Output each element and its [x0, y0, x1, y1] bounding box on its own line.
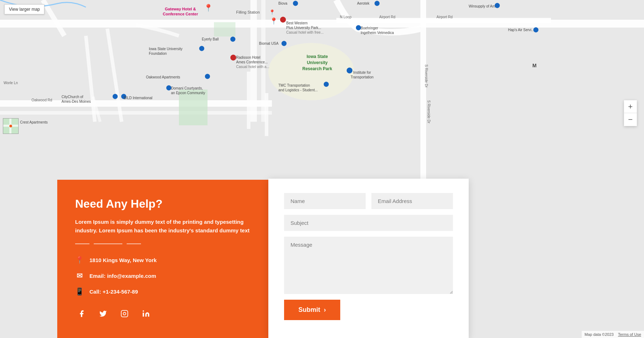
map-pin-biomat: ⬤	[281, 40, 287, 46]
email-icon: ✉	[75, 271, 84, 280]
submit-label: Submit	[298, 306, 320, 314]
map-label-oakwood-rd: Oakwood Rd	[31, 98, 52, 102]
email-input[interactable]	[371, 193, 453, 209]
map-label-nloop: N Loop	[340, 15, 351, 19]
map-pin-bestwestern: ⬤	[280, 16, 286, 23]
terms-of-use-link[interactable]: Terms of Use	[618, 332, 641, 337]
map-pin-boehringer: ⬤	[356, 24, 361, 30]
map-label-worle: Worle Ln	[4, 81, 18, 85]
map-label-crest: Crest Apartments	[20, 120, 48, 124]
subject-field-container	[284, 215, 453, 231]
map-pin-radisson: ⬤	[230, 54, 236, 61]
social-icons-row	[75, 307, 250, 320]
map-data-text: Map data ©2023	[585, 332, 614, 337]
map-label-domani: Domani Courtyards,an Epcon Community	[171, 86, 205, 95]
info-panel: Need Any Help? Lorem Ipsum is simply dum…	[57, 180, 268, 338]
svg-rect-21	[121, 310, 128, 317]
view-larger-map-button[interactable]: View larger map	[4, 4, 44, 14]
map-label-biova: Biova	[278, 1, 287, 5]
info-panel-description: Lorem Ipsum is simply dummy text of the …	[75, 218, 250, 235]
map-label-eyerly: Eyerly Ball	[202, 37, 219, 41]
map-pin-haps: ⬤	[533, 26, 539, 32]
twitter-icon[interactable]	[97, 307, 109, 320]
map-attribution: Map data ©2023 Terms of Use	[582, 331, 644, 338]
overlay-container: Need Any Help? Lorem Ipsum is simply dum…	[57, 179, 469, 338]
map-label-haps: Hap's Air Servi...	[508, 28, 535, 32]
svg-point-20	[9, 125, 12, 127]
map-label-biomat: Biomat USA	[259, 42, 278, 45]
map-label-riverside1: S Riverside Dr	[424, 64, 428, 87]
map-label-radisson: Radisson HotelAmes Conference...Casual h…	[236, 55, 269, 69]
map-label-oakwood-apts: Oakwood Apartments	[146, 75, 180, 79]
map-label-institute: Institute forTransportation	[351, 70, 374, 79]
divider-short2	[127, 243, 141, 244]
svg-rect-11	[247, 72, 250, 129]
name-field-container	[284, 193, 366, 209]
message-field-container	[284, 237, 453, 294]
instagram-icon[interactable]	[118, 307, 131, 320]
zoom-controls: + −	[624, 100, 637, 126]
map-label-airport2: Airport Rd	[436, 15, 453, 19]
message-textarea[interactable]	[284, 237, 453, 294]
svg-rect-15	[214, 22, 235, 37]
linkedin-icon[interactable]	[140, 307, 152, 320]
phone-icon: 📱	[75, 287, 84, 296]
email-field-container	[371, 193, 453, 209]
map-pin-biova: ⬤	[293, 0, 298, 6]
address-item: 📍 1810 Kings Way, New York	[75, 256, 250, 264]
map-label-boehringer: BoehringerIngelheim Vetmedica	[361, 26, 394, 35]
map-pin-aerotek: ⬤	[374, 0, 380, 6]
phone-item: 📱 Call: +1-234-567-89	[75, 287, 250, 296]
email-text: Email: info@example.com	[89, 273, 156, 279]
map-label-aerotek: Aerotek	[357, 1, 369, 5]
submit-arrow-icon: ›	[324, 306, 326, 314]
divider-short	[75, 243, 89, 244]
svg-rect-12	[265, 93, 268, 136]
map-pin-gateway: 📍	[204, 4, 213, 12]
svg-point-23	[143, 310, 144, 312]
submit-button[interactable]: Submit ›	[284, 300, 340, 320]
map-pin-eyerly: ⬤	[230, 36, 236, 42]
map-label-riverside2: S Riverside Dr	[427, 100, 431, 123]
map-label-citychurch: CityChurch ofAmes-Des Moines	[62, 95, 91, 104]
map-pin-citychurch: ⬤	[112, 93, 118, 99]
address-text: 1810 Kings Way, New York	[89, 257, 157, 263]
map-pin-institute: ⬤	[346, 67, 353, 73]
map-pin-isuf: ⬤	[199, 45, 205, 51]
map-pin-oakwood: ⬤	[205, 73, 210, 79]
form-row-name-email	[284, 193, 453, 209]
form-panel: Submit ›	[268, 179, 469, 338]
map-pin-domani: ⬤	[166, 84, 172, 90]
map-thumbnail	[3, 118, 19, 134]
info-panel-heading: Need Any Help?	[75, 197, 250, 211]
map-label-airport1: Airport Rd	[379, 15, 395, 19]
divider-long	[94, 243, 122, 244]
map-pin-filling: 📍	[269, 9, 275, 15]
map-label-bild: BILD International	[124, 96, 152, 100]
svg-rect-3	[0, 111, 272, 115]
map-label-isuf: Iowa State UniversityFoundation	[149, 47, 182, 56]
email-item: ✉ Email: info@example.com	[75, 271, 250, 280]
map-pin-tmc: ⬤	[323, 81, 329, 87]
subject-input[interactable]	[284, 215, 453, 231]
map-label-tmc: TMC Transportationand Logistics - Studen…	[278, 83, 318, 92]
zoom-in-button[interactable]: +	[624, 100, 637, 113]
map-pin-winsupply: ⬤	[494, 2, 500, 8]
location-icon: 📍	[75, 256, 84, 264]
map-label-research-park: Iowa StateUniversityResearch Park	[302, 54, 332, 72]
map-label-bestwestern: Best WesternPlus University Park...Casua…	[286, 21, 324, 35]
map-pin-center: 📍	[270, 17, 278, 25]
zoom-out-button[interactable]: −	[624, 113, 637, 126]
facebook-icon[interactable]	[75, 307, 88, 320]
name-input[interactable]	[284, 193, 366, 209]
map-label-gateway: Gateway Hotel &Conference Center	[163, 6, 198, 17]
phone-text: Call: +1-234-567-89	[89, 289, 138, 295]
map-label-m: M	[532, 63, 537, 68]
map-label-filling: Filling Station	[236, 10, 260, 14]
divider-lines	[75, 243, 250, 244]
